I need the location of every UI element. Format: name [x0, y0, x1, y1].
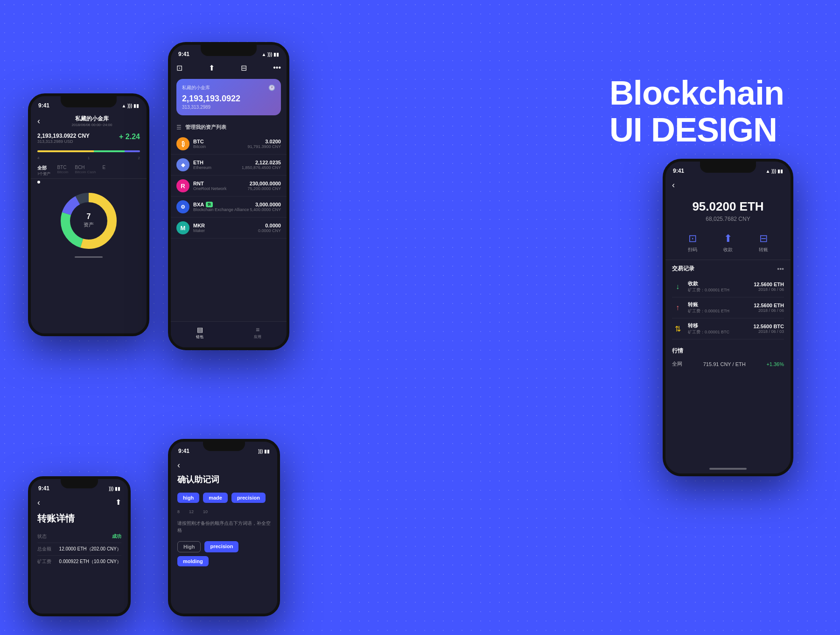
logout-icon[interactable]: ⊟	[241, 64, 247, 72]
transfer-tx-icon: ↑	[672, 302, 683, 313]
status-label: 状态	[37, 533, 47, 540]
rnt-cny: 75,200.0000 CNY	[247, 186, 281, 191]
progress-bar	[37, 150, 140, 152]
back-btn[interactable]: ‹	[37, 498, 40, 508]
scan-icon[interactable]: ⊡	[176, 64, 182, 72]
bxa-info: BXA 快 Blockchain Exchange Alliance	[193, 202, 250, 212]
status-icons: ▲ ))) ▮▮	[766, 169, 783, 174]
transfer-action[interactable]: ⊟ 转账	[759, 233, 768, 253]
balance-cny: 2,193,193.0922 CNY	[37, 133, 90, 139]
nav-apps[interactable]: ≡ 应用	[254, 326, 261, 339]
phone-notch	[700, 162, 756, 173]
asset-item-btc[interactable]: ₿ BTC Bitcoin 3.0200 91,791.3900 CNY	[171, 134, 287, 155]
total-label: 总金额	[37, 546, 51, 552]
tab-btc[interactable]: BTCBitcoin	[57, 165, 68, 176]
info-row-total: 总金额 12.0000 ETH（202.00 CNY）	[37, 543, 121, 556]
info-row-fee: 矿工费 0.000922 ETH（10.00 CNY）	[37, 556, 121, 568]
action-row: ⊡ 扫码 ⬆ 收款 ⊟ 转账	[665, 228, 791, 260]
eth-cny-amount: 68,025.7682 CNY	[665, 216, 791, 222]
bxa-symbol: BXA	[193, 202, 204, 207]
dot-indicator	[37, 181, 40, 183]
asset-item-mkr[interactable]: M MKR Maker 0.0000 0.0000 CNY	[171, 218, 287, 239]
status-icons: ))) ▮▮	[109, 486, 120, 491]
tx-transfer-type: 转账	[688, 301, 754, 308]
card-title: 私藏的小金库	[182, 85, 210, 91]
wallet-icon: ▤	[197, 326, 203, 333]
word-tag-molding[interactable]: molding	[177, 556, 209, 566]
asset-item-rnt[interactable]: R RNT OneRoot Network 230,000.0000 75,20…	[171, 176, 287, 197]
fast-badge: 快	[206, 202, 213, 207]
asset-item-eth[interactable]: ◆ ETH Ethereum 2,122.0235 1,850,876.4500…	[171, 155, 287, 176]
back-btn[interactable]: ‹	[177, 460, 180, 470]
transfer-action-icon: ⊟	[759, 233, 768, 245]
mkr-amount: 0.0000	[258, 223, 281, 228]
word-tag-made[interactable]: made	[203, 493, 228, 503]
scan-action-icon: ⊡	[688, 233, 697, 245]
bxa-amount: 3,000.0000	[250, 202, 281, 207]
asset-item-bxa[interactable]: ⚙ BXA 快 Blockchain Exchange Alliance 3,0…	[171, 197, 287, 218]
nav-apps-label: 应用	[254, 334, 261, 339]
wallet-date: 2018/06/06 00:00~24:00	[44, 123, 140, 127]
eth-cny: 1,850,876.4500 CNY	[242, 165, 281, 170]
back-row: ‹	[665, 178, 791, 192]
word-tag-high[interactable]: high	[177, 493, 199, 503]
tx-move-right: 12.5600 BTC 2018 / 06 / 03	[754, 324, 784, 334]
back-icon[interactable]: ‹	[37, 116, 40, 126]
back-button[interactable]: ‹	[672, 180, 675, 190]
move-tx-icon: ⇅	[672, 323, 683, 334]
info-row-status: 状态 成功	[37, 530, 121, 543]
btc-name: Bitcoin	[193, 144, 247, 149]
upload-btn[interactable]: ⬆	[115, 498, 121, 508]
card-amount: 2,193,193.0922	[182, 94, 275, 104]
tx-move-info: 转移 矿工费：0.00001 BTC	[688, 322, 754, 335]
info-rows: 状态 成功 总金额 12.0000 ETH（202.00 CNY） 矿工费 0.…	[31, 529, 128, 570]
tx-more-icon[interactable]: •••	[777, 265, 784, 273]
word-tag-high-outline[interactable]: High	[177, 541, 201, 552]
tx-move[interactable]: ⇅ 转移 矿工费：0.00001 BTC 12.5600 BTC 2018 / …	[672, 318, 784, 339]
tx-transfer[interactable]: ↑ 转账 矿工费：0.00001 ETH 12.5600 ETH 2018 / …	[672, 297, 784, 318]
amount-section: 95.0200 ETH 68,025.7682 CNY	[665, 192, 791, 228]
market-change: +1.36%	[766, 361, 784, 367]
title-line1: Blockchain UI DESIGN	[609, 75, 784, 148]
tab-bch[interactable]: BCHBitcoin Cash	[75, 165, 96, 176]
tx-transfer-date: 2018 / 06 / 06	[754, 308, 784, 313]
more-icon[interactable]: •••	[273, 64, 281, 72]
bxa-name: Blockchain Exchange Alliance	[193, 207, 250, 212]
status-value: 成功	[112, 533, 121, 540]
progress-seg1	[37, 150, 94, 152]
mkr-symbol: MKR	[193, 223, 258, 228]
nav-wallet[interactable]: ▤ 链包	[196, 326, 203, 339]
rnt-amounts: 230,000.0000 75,200.0000 CNY	[247, 181, 281, 191]
tx-receive-type: 收款	[688, 280, 754, 287]
svg-text:7: 7	[87, 212, 91, 220]
home-indicator	[709, 468, 747, 470]
mkr-info: MKR Maker	[193, 223, 258, 233]
svg-text:资产: 资产	[84, 222, 94, 227]
receive-action[interactable]: ⬆ 收款	[723, 233, 733, 253]
market-section: 行情 全网 715.91 CNY / ETH +1.36%	[665, 342, 791, 373]
donut-chart: 7 资产	[31, 188, 147, 254]
scan-label: 扫码	[688, 247, 697, 253]
nav-wallet-label: 链包	[196, 334, 203, 339]
tx-move-fee: 矿工费：0.00001 BTC	[688, 329, 754, 335]
tx-receive[interactable]: ↓ 收款 矿工费：0.00001 ETH 12.5600 ETH 2018 / …	[672, 276, 784, 297]
tx-transfer-amount: 12.5600 ETH	[754, 303, 784, 308]
wallet-title: 私藏的小金库	[44, 115, 140, 123]
confirm-title: 确认助记词	[171, 472, 277, 491]
word-tag-precision[interactable]: precision	[231, 493, 266, 503]
word-tag-precision-bottom[interactable]: precision	[204, 541, 238, 552]
card-clock-icon: 🕐	[268, 85, 275, 91]
upload-icon[interactable]: ⬆	[209, 64, 215, 72]
apps-icon: ≡	[256, 326, 259, 333]
tx-receive-info: 收款 矿工费：0.00001 ETH	[688, 280, 754, 293]
mkr-cny: 0.0000 CNY	[258, 228, 281, 233]
eth-icon: ◆	[176, 158, 189, 171]
tx-receive-fee: 矿工费：0.00001 ETH	[688, 287, 754, 293]
tab-all[interactable]: 全部7个资产	[37, 165, 50, 176]
tx-header: 交易记录 •••	[672, 265, 784, 273]
status-time: 9:41	[178, 448, 189, 454]
scan-action[interactable]: ⊡ 扫码	[688, 233, 697, 253]
tab-eth[interactable]: E	[102, 165, 105, 176]
top-word-tags: high made precision	[171, 491, 277, 508]
mkr-amounts: 0.0000 0.0000 CNY	[258, 223, 281, 233]
